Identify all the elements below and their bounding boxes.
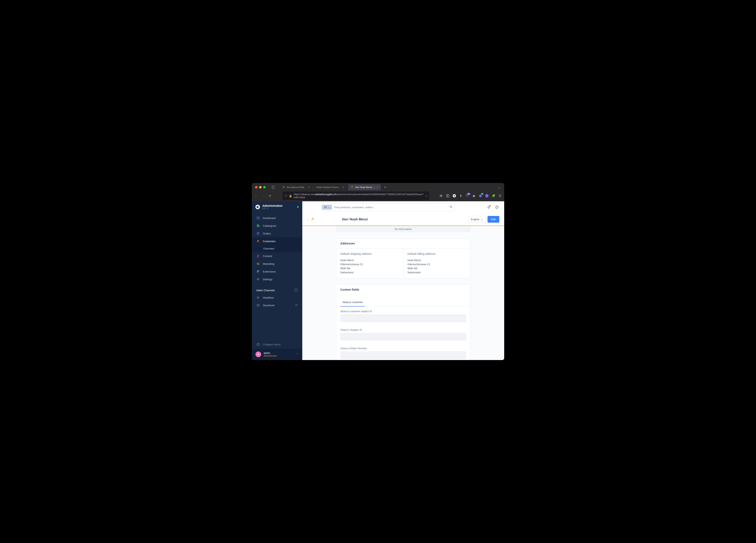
back-button[interactable]: ← bbox=[254, 193, 259, 198]
shield-icon: 🛡 bbox=[285, 194, 287, 197]
sidebar: Administration 6.6.7.1 Dashboard Catalog… bbox=[252, 201, 302, 360]
new-tab-button[interactable]: + bbox=[382, 184, 388, 190]
extension-icon[interactable]: 🛡16 bbox=[465, 194, 470, 198]
app-version: 6.6.7.1 bbox=[262, 207, 295, 210]
maximize-window-button[interactable] bbox=[263, 186, 266, 188]
debtor-number-field bbox=[340, 351, 466, 359]
reader-icon[interactable] bbox=[446, 194, 450, 198]
browser-window: Ihre Abacus-Plattform × Order finished |… bbox=[252, 183, 504, 360]
billing-title: Default billing address bbox=[408, 252, 466, 255]
search-scope-label: All bbox=[324, 206, 327, 209]
address-country: Switzerland bbox=[340, 270, 399, 275]
app-title: Administration 6.6.7.1 bbox=[262, 204, 295, 210]
extension-icon[interactable] bbox=[485, 194, 489, 198]
sidebar-item-overview[interactable]: Overview bbox=[252, 245, 302, 252]
svg-rect-6 bbox=[257, 225, 259, 227]
add-channel-button[interactable]: + bbox=[294, 288, 298, 292]
field-label: Abacus shopper ID bbox=[340, 328, 466, 331]
extension-icon[interactable]: N bbox=[452, 194, 457, 198]
back-button[interactable]: ‹ bbox=[307, 218, 308, 221]
sidebar-item-marketing[interactable]: Marketing bbox=[252, 260, 302, 268]
gauge-icon bbox=[256, 216, 260, 220]
address-street: Glärnischstrasse 13 bbox=[340, 262, 399, 266]
browser-tab[interactable]: Herr Noah Menzi | Customers | × bbox=[348, 184, 381, 190]
library-icon[interactable] bbox=[439, 194, 444, 198]
section-title: Sales Channels bbox=[256, 289, 275, 292]
search-icon[interactable] bbox=[448, 204, 454, 210]
customers-icon bbox=[311, 217, 315, 222]
sidebar-item-orders[interactable]: Orders bbox=[252, 230, 302, 237]
forward-button[interactable]: → bbox=[261, 193, 266, 198]
edit-button[interactable]: Edit bbox=[488, 216, 499, 223]
tab-favicon bbox=[282, 186, 285, 189]
nav-label: Marketing bbox=[263, 262, 274, 265]
language-select-wrap: English bbox=[468, 216, 485, 223]
status-indicator-icon bbox=[297, 206, 299, 208]
tab-abacus-customer[interactable]: Abacus customer bbox=[340, 298, 365, 307]
collapse-menu-button[interactable]: Collapse menu bbox=[252, 340, 302, 349]
search-scope-dropdown[interactable]: All ⌄ bbox=[322, 205, 332, 210]
channel-item-headless[interactable]: Headless bbox=[252, 294, 302, 301]
shipping-title: Default shipping address bbox=[340, 252, 399, 255]
svg-point-22 bbox=[495, 206, 498, 209]
tab-close-icon[interactable]: × bbox=[308, 186, 310, 189]
nav-label: Orders bbox=[263, 232, 271, 235]
shopper-id-field bbox=[340, 333, 466, 340]
svg-rect-17 bbox=[257, 305, 259, 306]
sales-channels-heading: Sales Channels + bbox=[252, 285, 302, 294]
search-box[interactable]: All ⌄ bbox=[321, 203, 455, 211]
search-input[interactable] bbox=[332, 205, 448, 210]
gear-icon bbox=[256, 277, 260, 281]
sidebar-item-extensions[interactable]: Extensions bbox=[252, 268, 302, 275]
sidebar-item-dashboard[interactable]: Dashboard bbox=[252, 214, 302, 222]
language-select[interactable]: English bbox=[468, 216, 485, 223]
addresses-card: Addresses Default shipping address Noah … bbox=[336, 238, 470, 278]
sidebar-item-customers[interactable]: Customers bbox=[252, 237, 302, 245]
tab-bar: Ihre Abacus-Plattform × Order finished |… bbox=[252, 183, 504, 190]
tab-close-icon[interactable]: × bbox=[343, 186, 344, 189]
url-text: https://abacus.sw.webwirkungdev.ch/admin… bbox=[294, 193, 423, 199]
url-input[interactable]: 🛡 🔒 https://abacus.sw.webwirkungdev.ch/a… bbox=[283, 192, 429, 200]
browser-tab[interactable]: Order finished | Demostore × bbox=[314, 184, 347, 190]
svg-rect-5 bbox=[257, 225, 259, 226]
megaphone-icon bbox=[256, 262, 260, 266]
address-street: Glärnischstrasse 13 bbox=[408, 262, 466, 266]
svg-point-16 bbox=[258, 279, 259, 280]
user-role: Administrator bbox=[264, 355, 294, 357]
close-window-button[interactable] bbox=[255, 186, 257, 188]
sidebar-item-settings[interactable]: Settings bbox=[252, 275, 302, 283]
eye-icon[interactable] bbox=[295, 304, 298, 307]
user-menu[interactable]: A admin Administrator ⌃ bbox=[252, 349, 302, 360]
svg-rect-2 bbox=[447, 195, 449, 197]
channel-item-storefront[interactable]: Storefront bbox=[252, 301, 302, 309]
extension-icon[interactable]: ⬢3 bbox=[478, 194, 483, 198]
extension-icon[interactable]: ◉ bbox=[472, 194, 476, 198]
reload-button[interactable]: ⟳ bbox=[268, 193, 273, 198]
minimize-window-button[interactable] bbox=[259, 186, 262, 188]
sidebar-toggle-icon[interactable] bbox=[272, 186, 275, 189]
content-scroll[interactable]: No information Addresses Default shippin… bbox=[302, 226, 504, 360]
window-controls bbox=[254, 186, 267, 188]
svg-point-8 bbox=[257, 240, 258, 241]
download-icon[interactable]: ⬇ bbox=[459, 194, 463, 198]
menu-icon[interactable]: ☰ bbox=[498, 194, 502, 198]
bookmark-star-icon[interactable]: ☆ bbox=[425, 194, 428, 198]
tab-close-icon[interactable]: × bbox=[377, 186, 378, 189]
user-info: admin Administrator bbox=[264, 352, 294, 357]
extensions-icon[interactable]: 🧩 bbox=[491, 194, 496, 198]
sidebar-item-content[interactable]: Content bbox=[252, 252, 302, 260]
sidebar-item-catalogues[interactable]: Catalogues bbox=[252, 222, 302, 230]
content-wrap: No information Addresses Default shippin… bbox=[334, 226, 472, 360]
field-group: Abacus Debtor Number bbox=[336, 344, 470, 360]
notifications-button[interactable] bbox=[486, 205, 491, 210]
help-button[interactable] bbox=[494, 205, 499, 210]
avatar: A bbox=[255, 351, 261, 357]
logo-icon bbox=[255, 205, 260, 209]
channel-label: Storefront bbox=[263, 304, 292, 307]
page-title: Herr Noah Menzi bbox=[342, 218, 368, 221]
svg-point-20 bbox=[450, 206, 452, 207]
basket-icon bbox=[256, 296, 260, 299]
browser-tab[interactable]: Ihre Abacus-Plattform × bbox=[280, 184, 312, 190]
tab-overflow-button[interactable]: ⌄ bbox=[496, 185, 502, 190]
svg-rect-15 bbox=[257, 272, 258, 273]
